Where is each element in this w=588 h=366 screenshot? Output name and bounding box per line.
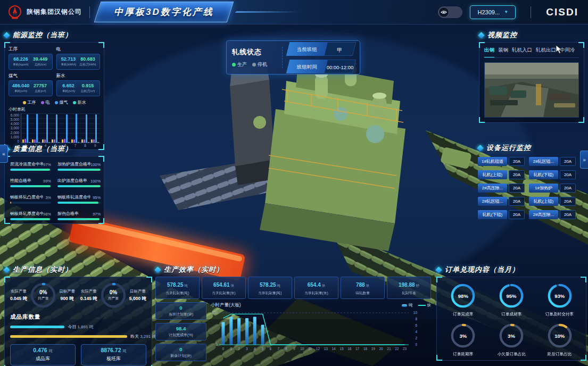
bar	[36, 114, 38, 143]
header-divider	[89, 6, 90, 18]
cisdi-logo: CISDI	[546, 6, 578, 18]
right-tick: 0	[415, 343, 417, 346]
plan-stat-box: 0当班计划量(块)	[155, 302, 206, 320]
x-tick: 23	[403, 347, 407, 351]
plan-value: 0	[157, 305, 205, 311]
energy-card-water: 新水 6.652单耗(m³/t) 0.915总耗(万m³)	[56, 72, 101, 96]
equipment-label: 轧机(上辊)	[478, 170, 507, 179]
equipment-current: 20A	[560, 210, 576, 219]
donut-label: 小欠量订单占比	[490, 351, 533, 356]
hourly-output-chart: 小时产量(大板) 吨 块 012345678910111213141516171…	[211, 302, 431, 361]
bar	[34, 139, 36, 143]
line-status-left: 轧线状态 生产 停机	[232, 47, 277, 68]
quality-info-panel: 质量信息（当班） 层流冷温度命中率97% 加热炉温度合格率100% 性能合格率9…	[4, 144, 104, 224]
x-tick: 10	[300, 347, 304, 351]
daily-donut: 0%日产量	[29, 281, 57, 309]
stat-box: 578.25吨当天轧制量(吨)	[155, 277, 200, 299]
x-tick: 18	[363, 347, 368, 351]
output-gauges: 实际产量0.045 吨 0%日产量 目标产量900 吨 实际产量0.145 吨 …	[10, 281, 146, 309]
bar	[76, 114, 77, 143]
quality-panel-body: 层流冷温度命中率97% 加热炉温度合格率100% 性能合格率99% 出炉温度合格…	[4, 156, 104, 224]
equipment-item: 2#轧区辊...20A	[478, 197, 525, 206]
energy-unit: 单耗(kgce/t)	[12, 62, 29, 66]
tab-eheating[interactable]: 电加热	[579, 47, 579, 55]
energy-panel-title: 能源监控（当班）	[13, 30, 72, 40]
energy-panel-header: 能源监控（当班）	[4, 30, 104, 40]
stat-value: 578.25	[260, 282, 276, 288]
hourly-plot: 0123456789101112131415161718192021222310…	[211, 310, 424, 354]
progress-fill	[57, 185, 101, 187]
quality-label: 出炉温度合格率	[57, 178, 87, 184]
plan-label: 计划完成率(%)	[157, 332, 205, 338]
collapse-left-icon: «	[2, 151, 5, 157]
stat-label: 待轧数量	[343, 290, 383, 296]
legend-label: 煤气	[60, 99, 68, 105]
stat-value: 654.4	[308, 282, 321, 288]
diamond-icon	[478, 32, 485, 39]
tab-tapping[interactable]: 出钢	[484, 47, 494, 55]
hourly-chart-title: 小时产量(大板)	[211, 302, 241, 309]
bar-group	[61, 113, 71, 143]
video-feed[interactable]	[484, 62, 579, 118]
bar	[32, 139, 34, 143]
progress-fill	[10, 169, 50, 171]
header-stripe	[235, 11, 300, 13]
x-tick: 14	[332, 347, 336, 351]
quality-value: 100%	[90, 162, 101, 167]
collapse-right-icon: »	[583, 157, 586, 163]
prodinfo-panel-body: 实际产量0.045 吨 0%日产量 目标产量900 吨 实际产量0.145 吨 …	[4, 277, 152, 366]
x-tick: 7	[277, 347, 279, 351]
progress-fill	[10, 202, 11, 204]
collapse-left-tab[interactable]: «	[0, 145, 8, 163]
bar	[81, 139, 83, 143]
quality-label: 层流冷温度命中率	[10, 161, 43, 167]
energy-unit: 单耗(m³/t)	[12, 89, 29, 93]
energy-value: 6.652	[60, 83, 78, 88]
plan-label: 当班计划量(块)	[157, 312, 205, 317]
energy-value: 39.449	[31, 56, 49, 62]
quality-item: 探伤合格率97%	[57, 211, 101, 220]
equipment-label: 2#高压除...	[478, 184, 507, 193]
bar	[22, 139, 24, 143]
bar	[38, 142, 40, 143]
quality-panel-title: 质量信息（当班）	[13, 144, 72, 154]
quality-value: 97%	[43, 162, 51, 167]
energy-monitor-panel: 能源监控（当班） 工序 68.226单耗(kgce/t) 39.449总耗(tc…	[4, 30, 104, 150]
collapse-right-tab[interactable]: »	[580, 151, 588, 169]
x-tick: 2	[238, 347, 240, 351]
heat-number-select[interactable]: H2309... ▼	[470, 5, 516, 19]
line-series-label: 块	[427, 303, 432, 308]
tab-mill-entry[interactable]: 轧机入口	[512, 47, 532, 55]
visibility-toggle[interactable]	[438, 6, 462, 18]
x-tick: 8	[285, 347, 287, 351]
energy-value: 0.915	[79, 83, 97, 88]
left-tick: 120	[212, 311, 218, 314]
x-tick: 17	[355, 347, 360, 351]
slab-stock-box: 8876.72吨 板坯库	[81, 344, 146, 365]
bar	[42, 139, 44, 143]
bar	[97, 142, 99, 143]
energy-value: 52.713	[60, 56, 78, 62]
x-tick: 20	[379, 347, 383, 351]
equipment-item: 轧机(下辊)20A	[478, 210, 525, 219]
equipment-item: 1#加热炉20A	[529, 184, 576, 193]
header-divider	[531, 6, 531, 18]
prodinfo-panel-title: 生产信息（实时）	[13, 265, 72, 274]
quality-item: 钢板终轧凸度命中率3%	[10, 194, 51, 204]
quality-value: 100%	[90, 179, 101, 184]
order-donut: 98% 订单完成率	[440, 282, 486, 317]
energy-y-axis: 6,000 5,000 4,000 3,000 2,000 1,000 0	[9, 113, 21, 143]
tab-charging[interactable]: 装钢	[498, 47, 508, 55]
quality-label: 探伤合格率	[57, 211, 79, 217]
equipment-label: 轧机(下辊)	[478, 210, 507, 219]
legend-dot	[23, 101, 26, 104]
progress-fill	[10, 185, 51, 187]
tab-mill-exit[interactable]: 轧机出口	[536, 47, 556, 55]
quality-label: 钢板终轧厚度命中率	[10, 211, 43, 217]
stock-bar-value: 1,891 吨	[77, 325, 93, 329]
progress-track	[57, 202, 101, 204]
video-panel-body: 出钢 装钢 轧机入口 轧机出口 中间冷 电加热	[479, 42, 584, 123]
donut-label: 延后订单占比	[537, 351, 581, 356]
gauge-name: 月产量	[107, 296, 119, 301]
quality-value: 95%	[93, 195, 101, 200]
